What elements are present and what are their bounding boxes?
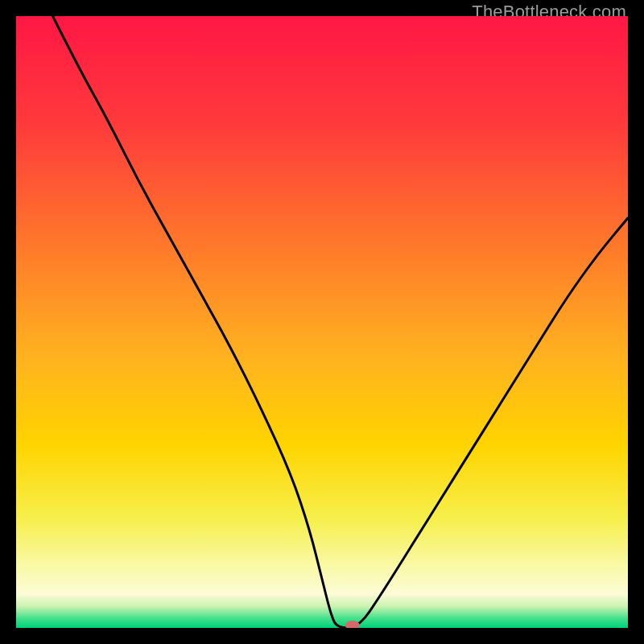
chart-frame (16, 16, 628, 628)
bottleneck-chart (16, 16, 628, 628)
gradient-background (16, 16, 628, 628)
